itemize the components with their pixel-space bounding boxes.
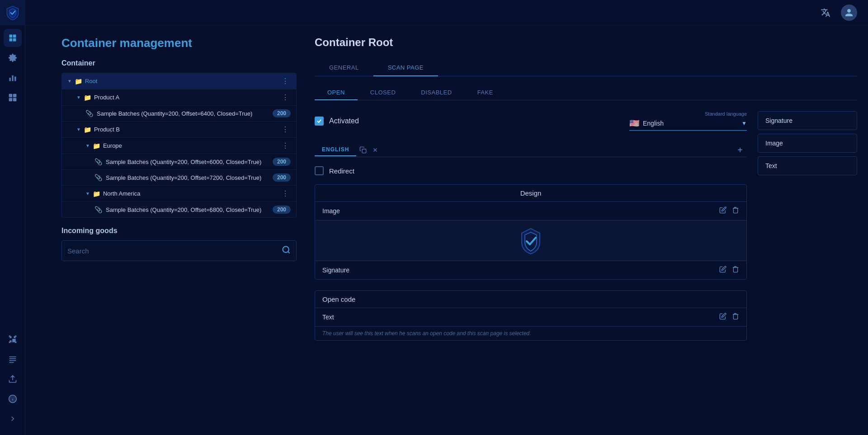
sidebar-signature-item[interactable]: Signature bbox=[758, 111, 857, 130]
design-section: Design Image bbox=[315, 184, 747, 280]
delete-text-button[interactable] bbox=[732, 313, 739, 322]
translate-button[interactable] bbox=[817, 5, 834, 21]
pencil-icon bbox=[719, 266, 726, 273]
edit-signature-button[interactable] bbox=[719, 266, 726, 275]
sidebar-item-dashboard[interactable] bbox=[4, 29, 22, 47]
search-box[interactable] bbox=[61, 240, 297, 261]
chevron-down-icon[interactable]: ▼ bbox=[76, 95, 81, 100]
design-signature-row: Signature bbox=[315, 261, 746, 279]
chevron-right-icon bbox=[9, 415, 17, 423]
upload-icon bbox=[8, 374, 17, 384]
tree-item-product-b[interactable]: ▼ 📁 Product B ⋮ bbox=[62, 122, 296, 138]
svg-rect-16 bbox=[9, 358, 16, 359]
open-code-hint: The user will see this text when he scan… bbox=[315, 327, 746, 340]
tree-item-sample-b1[interactable]: 📎 Sample Batches (Quantity=200, Offset=6… bbox=[62, 154, 296, 170]
sidebar-item-upload[interactable] bbox=[4, 370, 22, 388]
activated-checkbox[interactable] bbox=[315, 117, 324, 126]
design-signature-actions bbox=[719, 266, 739, 275]
edit-image-button[interactable] bbox=[719, 206, 726, 215]
pencil-icon bbox=[719, 313, 726, 320]
chevron-down-icon[interactable]: ▼ bbox=[85, 191, 90, 196]
redirect-checkbox[interactable] bbox=[315, 166, 324, 175]
search-icon[interactable] bbox=[282, 245, 291, 257]
activated-lang-row: Activated Standard language 🇺🇸 English ▼ bbox=[315, 108, 747, 134]
sub-tab-fake[interactable]: FAKE bbox=[465, 85, 506, 100]
sub-tab-closed[interactable]: CLOSED bbox=[358, 85, 408, 100]
svg-rect-8 bbox=[13, 94, 16, 98]
activated-row: Activated bbox=[315, 113, 359, 129]
tree-item-sample-b2[interactable]: 📎 Sample Batches (Quantity=200, Offset=7… bbox=[62, 170, 296, 186]
incoming-goods-title: Incoming goods bbox=[61, 227, 297, 235]
tree-item-sample-b3[interactable]: 📎 Sample Batches (Quantity=200, Offset=6… bbox=[62, 202, 296, 217]
folder-icon: 📁 bbox=[93, 190, 100, 197]
sidebar-item-list[interactable] bbox=[4, 350, 22, 368]
tree-item-europe[interactable]: ▼ 📁 Europe ⋮ bbox=[62, 138, 296, 154]
tree-item-root[interactable]: ▼ 📁 Root ⋮ bbox=[62, 73, 296, 89]
sidebar-item-info[interactable] bbox=[4, 390, 22, 408]
language-select[interactable]: 🇺🇸 English ▼ bbox=[629, 118, 747, 131]
chevron-down-icon[interactable]: ▼ bbox=[85, 143, 90, 148]
clip-icon: 📎 bbox=[85, 110, 93, 117]
tree-root-menu[interactable]: ⋮ bbox=[280, 77, 291, 85]
copy-button[interactable] bbox=[356, 143, 370, 157]
list-icon bbox=[8, 355, 17, 364]
right-panel: Container Root GENERAL SCAN PAGE OPEN CL… bbox=[304, 25, 868, 435]
user-avatar[interactable] bbox=[841, 5, 857, 21]
tree-item-sample-a1[interactable]: 📎 Sample Batches (Quantity=200, Offset=6… bbox=[62, 106, 296, 122]
translate-icon bbox=[821, 8, 830, 18]
chevron-down-icon[interactable]: ▼ bbox=[67, 79, 72, 84]
svg-rect-17 bbox=[9, 360, 16, 361]
tab-scan-page[interactable]: SCAN PAGE bbox=[373, 60, 438, 76]
sidebar-expand-button[interactable] bbox=[4, 410, 22, 428]
tree-europe-menu[interactable]: ⋮ bbox=[280, 141, 291, 150]
sidebar-text-item[interactable]: Text bbox=[758, 156, 857, 175]
language-chevron-icon: ▼ bbox=[741, 120, 747, 126]
tree-europe-label: Europe bbox=[103, 142, 277, 149]
logo-icon bbox=[5, 5, 21, 21]
tab-general[interactable]: GENERAL bbox=[315, 60, 373, 76]
left-panel: Container management Container ▼ 📁 Root … bbox=[51, 25, 304, 435]
modules-icon bbox=[8, 93, 17, 102]
brand-logo bbox=[515, 225, 547, 257]
sub-tabs: OPEN CLOSED DISABLED FAKE bbox=[315, 85, 857, 100]
lang-tab-english[interactable]: ENGLISH bbox=[315, 144, 356, 156]
activated-label: Activated bbox=[329, 117, 359, 125]
svg-point-24 bbox=[283, 246, 289, 252]
search-input[interactable] bbox=[67, 247, 278, 255]
clip-icon: 📎 bbox=[94, 206, 102, 213]
tree-product-b-menu[interactable]: ⋮ bbox=[280, 125, 291, 134]
tree-item-product-a[interactable]: ▼ 📁 Product A ⋮ bbox=[62, 89, 296, 106]
sidebar-item-scan[interactable] bbox=[4, 330, 22, 348]
magnifier-icon bbox=[282, 245, 291, 254]
app-logo[interactable] bbox=[0, 0, 25, 25]
folder-icon: 📁 bbox=[84, 126, 91, 133]
tree-sample-b3-badge: 200 bbox=[273, 206, 291, 214]
sidebar-item-settings[interactable] bbox=[4, 49, 22, 67]
tree-item-north-america[interactable]: ▼ 📁 North America ⋮ bbox=[62, 186, 296, 202]
sidebar-image-item[interactable]: Image bbox=[758, 134, 857, 153]
delete-image-button[interactable] bbox=[732, 206, 739, 215]
tree-sample-b3-label: Sample Batches (Quantity=200, Offset=680… bbox=[106, 206, 270, 213]
add-language-button[interactable]: + bbox=[733, 143, 747, 157]
clip-icon: 📎 bbox=[94, 174, 102, 181]
tree-product-b-label: Product B bbox=[94, 126, 277, 133]
svg-rect-7 bbox=[9, 94, 12, 98]
chevron-down-icon[interactable]: ▼ bbox=[76, 127, 81, 132]
sidebar-item-modules[interactable] bbox=[4, 89, 22, 107]
tree-sample-b2-badge: 200 bbox=[273, 173, 291, 182]
design-signature-label: Signature bbox=[322, 267, 349, 274]
trash-icon bbox=[732, 266, 739, 273]
tree-product-a-menu[interactable]: ⋮ bbox=[280, 93, 291, 102]
lang-tab-close-button[interactable] bbox=[370, 145, 381, 155]
language-section: Standard language 🇺🇸 English ▼ bbox=[629, 111, 747, 131]
edit-text-button[interactable] bbox=[719, 313, 726, 322]
tree-north-america-label: North America bbox=[103, 190, 277, 197]
sidebar-item-reports[interactable] bbox=[4, 69, 22, 87]
sub-tab-disabled[interactable]: DISABLED bbox=[408, 85, 464, 100]
svg-rect-9 bbox=[9, 98, 12, 102]
sub-tab-open[interactable]: OPEN bbox=[315, 85, 358, 100]
chart-icon bbox=[8, 73, 17, 82]
delete-signature-button[interactable] bbox=[732, 266, 739, 275]
tree-north-america-menu[interactable]: ⋮ bbox=[280, 189, 291, 198]
tree-sample-a1-badge: 200 bbox=[273, 109, 291, 117]
